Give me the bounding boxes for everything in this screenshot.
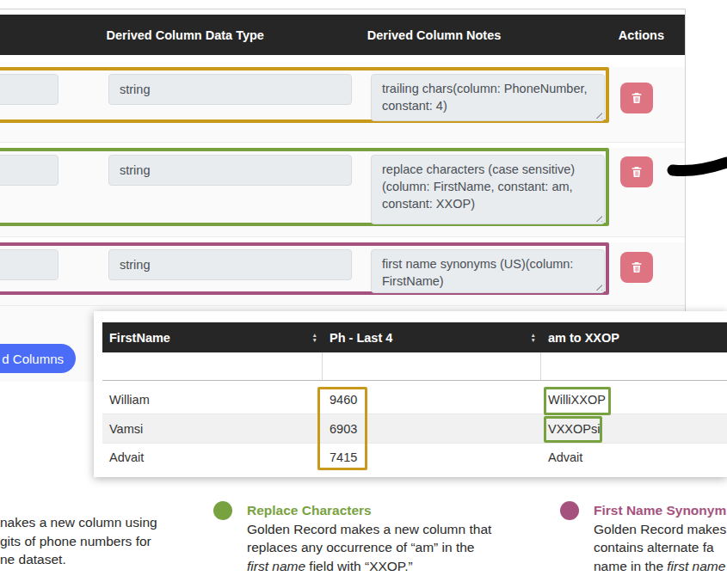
cell-firstname: Advait (102, 450, 323, 464)
preview-table-card: FirstName ▲▼ Ph - Last 4 ▲▼ am to XXOP W… (94, 311, 727, 477)
legend-text-line: ne dataset. (0, 550, 157, 569)
notes-text: trailing chars(column: PhoneNumber, cons… (382, 82, 588, 113)
derived-column-notes-textarea[interactable]: replace characters (case sensitive) (col… (371, 155, 605, 224)
legend-text-line: gits of phone numbers for (0, 532, 157, 551)
derived-column-name-input[interactable] (0, 155, 59, 186)
derived-column-notes-textarea[interactable]: first name synonyms (US)(column: FirstNa… (371, 249, 605, 293)
annotation-box-purple: string first name synonyms (US)(column: … (0, 242, 609, 295)
sort-icon[interactable]: ▲▼ (531, 333, 536, 343)
filter-input[interactable] (102, 352, 323, 380)
cell-am-to-xxop: Advait (541, 450, 727, 464)
preview-table: FirstName ▲▼ Ph - Last 4 ▲▼ am to XXOP W… (102, 322, 727, 471)
header-label: FirstName (109, 331, 170, 345)
derived-column-type-input[interactable]: string (108, 74, 352, 105)
derived-column-type-input[interactable]: string (108, 155, 352, 186)
filter-input[interactable] (541, 352, 727, 380)
table-row: string replace characters (case sensitiv… (0, 148, 685, 237)
purple-dot-icon (560, 501, 579, 520)
derived-column-notes-textarea[interactable]: trailing chars(column: PhoneNumber, cons… (371, 74, 605, 121)
resize-grip-icon[interactable] (595, 112, 602, 119)
legend-replace-characters: Replace Characters Golden Record makes a… (247, 501, 491, 575)
legend-text-line: replaces any occurrence of “am” in the (247, 538, 491, 557)
derived-columns-table: Derived Column Data Type Derived Column … (0, 9, 686, 360)
cell-am-to-xxop: VXXOPsi (541, 422, 727, 436)
connector-stroke (664, 151, 727, 187)
legend-text-line: Golden Record makes (594, 520, 727, 539)
table-header-row: Derived Column Data Type Derived Column … (0, 15, 685, 55)
trash-icon (630, 260, 644, 274)
green-dot-icon (213, 501, 232, 520)
legend-text-line: name in the first name (594, 557, 727, 576)
preview-column-header-firstname[interactable]: FirstName ▲▼ (102, 322, 323, 352)
legend-gold-description: nakes a new column using gits of phone n… (0, 513, 157, 569)
header-label: Ph - Last 4 (330, 331, 392, 345)
derived-column-name-input[interactable] (0, 249, 59, 280)
column-header-notes: Derived Column Notes (305, 28, 563, 42)
trash-icon (630, 91, 644, 105)
add-derived-columns-button[interactable]: d Columns (0, 344, 76, 373)
sort-icon[interactable]: ▲▼ (312, 333, 317, 343)
preview-filter-row (102, 352, 727, 381)
column-header-actions: Actions (563, 28, 685, 42)
table-row: string trailing chars(column: PhoneNumbe… (0, 67, 685, 143)
filter-input[interactable] (323, 352, 541, 380)
header-label: am to XXOP (548, 331, 619, 345)
delete-row-button[interactable] (620, 252, 653, 283)
trash-icon (630, 165, 644, 179)
cell-firstname: Vamsi (102, 422, 323, 436)
legend-heading: First Name Synonyms (594, 501, 727, 520)
cell-ph-last4: 9460 (323, 393, 541, 407)
cell-am-to-xxop: WilliXXOP (541, 393, 727, 407)
legend-text-line: first name field with “XXOP.” (247, 557, 491, 576)
delete-row-button[interactable] (620, 156, 653, 187)
cell-ph-last4: 7415 (323, 450, 541, 464)
derived-column-name-input[interactable] (0, 74, 59, 105)
preview-data-row: William 9460 WilliXXOP (102, 385, 727, 413)
derived-column-type-input[interactable]: string (108, 249, 352, 280)
cell-ph-last4: 6903 (323, 422, 541, 436)
legend-text-line: Golden Record makes a new column that (247, 520, 491, 539)
notes-text: replace characters (case sensitive) (col… (382, 162, 575, 211)
preview-header-row: FirstName ▲▼ Ph - Last 4 ▲▼ am to XXOP (102, 322, 727, 352)
notes-text: first name synonyms (US)(column: FirstNa… (382, 257, 573, 288)
annotation-box-green: string replace characters (case sensitiv… (0, 148, 609, 226)
annotation-box-gold: string trailing chars(column: PhoneNumbe… (0, 67, 609, 123)
legend-first-name-synonyms: First Name Synonyms Golden Record makes … (594, 501, 727, 575)
delete-row-button[interactable] (620, 83, 653, 113)
preview-data-row: Advait 7415 Advait (102, 443, 727, 471)
column-header-data-type: Derived Column Data Type (65, 28, 305, 42)
table-row: string first name synonyms (US)(column: … (0, 242, 685, 306)
resize-grip-icon[interactable] (595, 215, 602, 222)
legend-text-line: nakes a new column using (0, 513, 157, 532)
legend-text-line: contains alternate fa (594, 538, 727, 557)
preview-column-header-am-to-xxop[interactable]: am to XXOP (541, 322, 727, 352)
legend-heading: Replace Characters (247, 501, 491, 520)
cell-firstname: William (102, 393, 323, 407)
preview-column-header-ph-last-4[interactable]: Ph - Last 4 ▲▼ (323, 322, 541, 352)
resize-grip-icon[interactable] (595, 284, 602, 291)
preview-data-row: Vamsi 6903 VXXOPsi (102, 413, 727, 442)
